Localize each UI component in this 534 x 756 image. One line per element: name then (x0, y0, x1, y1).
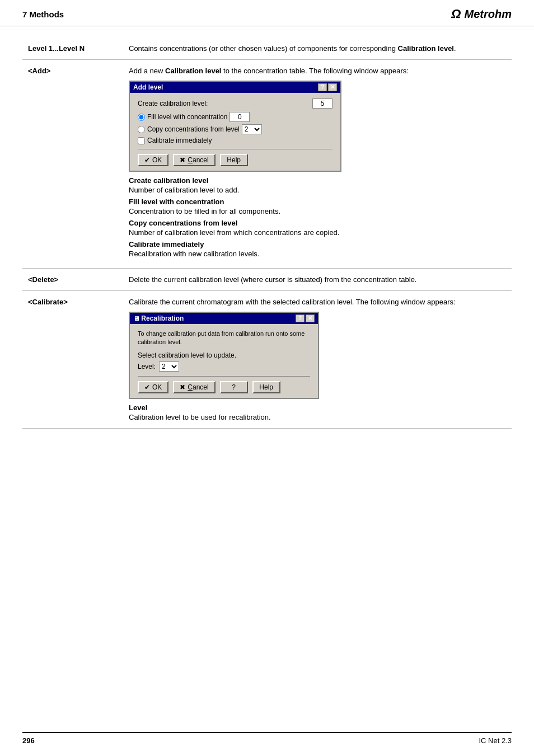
subsection-def-1: Concentration to be filled in for all co… (129, 207, 506, 215)
ok-checkmark-icon: ✔ (144, 156, 150, 164)
term-add: <Add> (22, 60, 123, 269)
recalibration-dialog: 🖥 Recalibration ? ✕ To change calibratio… (129, 312, 319, 399)
copy-concentrations-label: Copy concentrations from level (147, 125, 240, 133)
copy-level-select-row: 2 (242, 124, 262, 134)
omega-icon: Ω (451, 7, 461, 21)
main-content: Level 1...Level N Contains concentration… (0, 26, 534, 451)
level-subsection: Level Calibration level to be used for r… (129, 403, 506, 421)
recal-level-row: Level: 2 (138, 361, 310, 372)
product-name: IC Net 2.3 (479, 736, 512, 745)
dialog-title-text: Add level (133, 83, 163, 91)
page-number: 296 (22, 736, 35, 745)
recal-ok-button[interactable]: ✔ OK (138, 381, 168, 393)
subsection-term-3: Calibrate immediately (129, 240, 506, 248)
recal-title-text: Recalibration (141, 314, 184, 322)
table-row-add: <Add> Add a new Calibration level to the… (22, 60, 512, 269)
logo-text: Metrohm (465, 8, 512, 21)
calibrate-immediately-label: Calibrate immediately (147, 137, 212, 144)
def-delete: Delete the current calibration level (wh… (123, 269, 512, 291)
fill-level-label: Fill level with concentration (147, 113, 227, 121)
create-level-row: Create calibration level: (138, 98, 332, 109)
close-titlebar-btn[interactable]: ✕ (328, 83, 337, 91)
doc-table: Level 1...Level N Contains concentration… (22, 37, 512, 429)
level-term: Level (129, 403, 506, 412)
calibrate-immediately-row: Calibrate immediately (138, 137, 332, 144)
help-button[interactable]: Help (220, 154, 248, 166)
fill-level-radio[interactable] (138, 114, 145, 121)
chapter-title: 7 Methods (22, 10, 64, 19)
recal-titlebar-controls: ? ✕ (296, 314, 315, 322)
recal-help-label: Help (259, 383, 273, 391)
term-calibrate: <Calibrate> (22, 291, 123, 429)
add-subsections: Create calibration level Number of calib… (129, 176, 506, 258)
add-level-dialog: Add level ? ✕ Create calibration level: (129, 81, 341, 172)
recal-divider (138, 376, 310, 377)
fill-level-input[interactable] (229, 112, 250, 122)
recal-title: 🖥 Recalibration (133, 314, 184, 322)
def-calibrate: Calibrate the current chromatogram with … (123, 291, 512, 429)
recal-cancel-label: Cancel (188, 383, 208, 391)
table-row-delete: <Delete> Delete the current calibration … (22, 269, 512, 291)
recal-ok-checkmark: ✔ (144, 383, 150, 391)
cancel-button[interactable]: ✖ Cancel (173, 154, 215, 166)
dialog-titlebar: Add level ? ✕ (130, 82, 340, 93)
recal-cancel-button[interactable]: ✖ Cancel (173, 381, 215, 393)
help-titlebar-btn[interactable]: ? (318, 83, 327, 91)
help-label: Help (227, 156, 241, 164)
copy-concentrations-radio[interactable] (138, 126, 145, 133)
subsection-def-3: Recalibration with new calibration level… (129, 250, 506, 258)
dialog-title: Add level (133, 83, 163, 91)
subsection-calibrate-immediately: Calibrate immediately Recalibration with… (129, 240, 506, 258)
subsection-copy-concentrations: Copy concentrations from level Number of… (129, 219, 506, 237)
recal-close-btn[interactable]: ✕ (306, 314, 315, 322)
page-footer: 296 IC Net 2.3 (22, 732, 512, 745)
create-level-label: Create calibration level: (138, 100, 309, 107)
subsection-term-1: Fill level with concentration (129, 198, 506, 206)
recal-help2-button[interactable]: Help (252, 381, 280, 393)
create-level-input[interactable] (312, 98, 332, 109)
recal-dialog-buttons: ✔ OK ✖ Cancel ? (138, 381, 310, 393)
term-level-n: Level 1...Level N (22, 37, 123, 60)
logo: Ω Metrohm (451, 7, 512, 21)
subsection-term-2: Copy concentrations from level (129, 219, 506, 227)
fill-level-radio-row: Fill level with concentration (138, 112, 332, 122)
recal-level-label: Level: (138, 363, 156, 370)
subsection-def-2: Number of calibration level from which c… (129, 228, 506, 237)
recal-help-button[interactable]: ? (220, 381, 248, 393)
recal-level-select[interactable]: 2 (159, 361, 179, 372)
recal-icon: 🖥 (133, 315, 139, 322)
table-row: Level 1...Level N Contains concentration… (22, 37, 512, 60)
calibrate-immediately-checkbox[interactable] (138, 137, 145, 144)
subsection-def-0: Number of calibration level to add. (129, 186, 506, 194)
dialog-body: Create calibration level: Fill level wit… (130, 93, 340, 171)
recal-cancel-x: ✖ (180, 383, 185, 391)
cancel-x-icon: ✖ (180, 156, 185, 164)
def-level-n: Contains concentrations (or other chosen… (123, 37, 512, 60)
recal-help-btn[interactable]: ? (296, 314, 305, 322)
term-delete: <Delete> (22, 269, 123, 291)
dialog-divider (138, 149, 332, 149)
titlebar-controls: ? ✕ (318, 83, 337, 91)
recal-ok-label: OK (152, 383, 162, 391)
page-header: 7 Methods Ω Metrohm (0, 0, 534, 26)
dialog-buttons: ✔ OK ✖ Cancel Help (138, 154, 332, 166)
level-def: Calibration level to be used for recalib… (129, 413, 506, 421)
copy-concentrations-radio-row: Copy concentrations from level 2 (138, 124, 332, 134)
recal-info-text: To change calibration put data from cali… (138, 330, 310, 347)
ok-button[interactable]: ✔ OK (138, 154, 168, 166)
def-add: Add a new Calibration level to the conce… (123, 60, 512, 269)
subsection-term-0: Create calibration level (129, 176, 506, 185)
ok-label: OK (152, 156, 162, 164)
recal-help-q: ? (232, 383, 236, 391)
subsection-create-level: Create calibration level Number of calib… (129, 176, 506, 194)
recal-body: To change calibration put data from cali… (130, 324, 318, 398)
cancel-label: Cancel (188, 156, 208, 164)
subsection-fill-level: Fill level with concentration Concentrat… (129, 198, 506, 215)
table-row-calibrate: <Calibrate> Calibrate the current chroma… (22, 291, 512, 429)
recal-select-label: Select calibration level to update. (138, 351, 310, 359)
recal-titlebar: 🖥 Recalibration ? ✕ (130, 313, 318, 324)
copy-level-select[interactable]: 2 (242, 124, 262, 134)
